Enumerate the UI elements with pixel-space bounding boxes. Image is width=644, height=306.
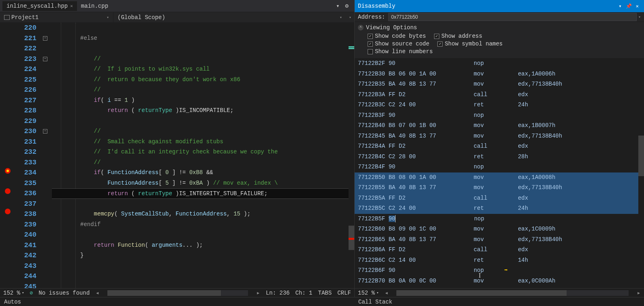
code-line[interactable] <box>52 43 354 54</box>
disassembly-line[interactable]: 77122B35 BA 40 8B 13 77 mov edx,77138B40… <box>355 79 644 90</box>
disassembly-line[interactable]: 77122B5C C2 24 00 ret 24h <box>355 203 644 214</box>
chevron-down-icon[interactable]: ▾ <box>638 15 641 19</box>
option-source-code[interactable]: Show source code <box>368 41 429 47</box>
code-line[interactable]: // I'd call it an integrity check becaus… <box>52 147 354 157</box>
horizontal-scrollbar[interactable] <box>396 290 629 296</box>
disassembly-line[interactable]: 77122B70 B8 0A 00 0C 00 mov eax,0C000Ah <box>355 276 644 287</box>
disassembly-line[interactable]: 77122B5F 90 nop <box>355 214 644 224</box>
disassembly-line[interactable]: 77122B5A FF D2 call edx <box>355 193 644 204</box>
split-down-icon[interactable]: ▾ <box>346 15 354 20</box>
disassembly-line[interactable]: 77122B55 BA 40 8B 13 77 mov edx,77138B40… <box>355 183 644 193</box>
disassembly-line[interactable]: 77122B6A FF D2 call edx <box>355 245 644 255</box>
disassembly-status-bar: 152 % ▾ ◀ ▶ <box>355 288 644 297</box>
code-line[interactable]: return ( returnType )IS_INCOMPATIBLE; <box>52 106 354 116</box>
horizontal-scrollbar[interactable] <box>107 290 248 296</box>
col-indicator[interactable]: Ch: 1 <box>295 290 312 296</box>
fold-column[interactable]: −−− <box>42 23 52 288</box>
option-symbol-names[interactable]: Show symbol names <box>437 41 503 47</box>
tab-dropdown-icon[interactable]: ▾ <box>334 2 342 9</box>
address-input[interactable] <box>388 13 637 21</box>
code-line[interactable] <box>52 230 354 240</box>
code-line[interactable] <box>52 199 354 209</box>
fold-icon[interactable]: − <box>43 57 47 61</box>
window-dropdown-icon[interactable]: ▾ <box>617 3 624 9</box>
option-code-bytes[interactable]: Show code bytes <box>368 33 426 39</box>
code-line[interactable]: // <box>52 54 354 65</box>
zoom-level[interactable]: 152 % ▾ <box>3 290 24 296</box>
disassembly-scrollbar[interactable] <box>638 58 644 288</box>
code-line[interactable]: FunctionAddress[ 5 ] != 0xBA ) // mov ea… <box>52 178 354 189</box>
disassembly-line[interactable]: 77122B40 B8 07 00 1B 00 mov eax,1B0007h <box>355 121 644 131</box>
breakpoint-icon[interactable] <box>5 209 11 214</box>
code-line[interactable]: // If i points to win32k.sys call <box>52 64 354 75</box>
close-icon[interactable]: ✕ <box>634 3 641 9</box>
project-selector[interactable]: Project1 ▾ <box>0 12 113 22</box>
option-line-numbers[interactable]: Show line numbers <box>368 48 433 55</box>
code-line[interactable]: // <box>52 126 354 137</box>
breakpoint-icon[interactable] <box>5 168 11 174</box>
scroll-thumb[interactable] <box>396 290 567 296</box>
call-stack-tab[interactable]: Call Stack <box>354 297 396 306</box>
autos-tab[interactable]: Autos <box>0 297 354 306</box>
scroll-right-icon[interactable]: ▶ <box>256 291 260 295</box>
breakpoint-gutter[interactable] <box>0 23 17 288</box>
code-line[interactable]: // Small check against modified stubs <box>52 137 354 147</box>
code-line[interactable]: } <box>52 250 354 261</box>
gear-icon[interactable]: ⚙ <box>342 2 352 9</box>
code-line[interactable] <box>52 116 354 127</box>
fold-icon[interactable]: − <box>43 36 47 41</box>
code-line[interactable]: // return 0 because they don't work on x… <box>52 75 354 85</box>
breakpoint-icon[interactable] <box>5 188 11 194</box>
disassembly-line[interactable]: 77122B45 BA 40 8B 13 77 mov edx,77138B40… <box>355 131 644 142</box>
option-address[interactable]: Show address <box>434 33 482 39</box>
editor-scrollbar[interactable] <box>349 23 354 288</box>
pin-icon[interactable]: 📌 <box>624 3 634 9</box>
scroll-left-icon[interactable]: ◀ <box>95 291 99 295</box>
code-line[interactable] <box>52 261 354 272</box>
code-line[interactable]: #else <box>52 33 354 44</box>
viewing-options-toggle[interactable]: ^ Viewing Options <box>358 24 641 32</box>
disassembly-line[interactable]: 77122B4A FF D2 call edx <box>355 141 644 152</box>
scope-selector[interactable]: (Global Scope) ▾ <box>113 12 346 22</box>
scroll-left-icon[interactable]: ◀ <box>384 291 388 295</box>
code-content[interactable]: #else // // If i points to win32k.sys ca… <box>52 23 354 288</box>
issues-label[interactable]: No issues found <box>39 290 90 296</box>
code-line[interactable]: return ( returnType )IS_INTEGRITY_STUB_F… <box>52 188 354 199</box>
zoom-level[interactable]: 152 % ▾ <box>358 290 379 296</box>
disassembly-line[interactable]: 77122B3F 90 nop <box>355 110 644 121</box>
tabs-indicator[interactable]: TABS <box>318 290 332 296</box>
disassembly-line[interactable]: 77122B3C C2 24 00 ret 24h <box>355 100 644 110</box>
code-line[interactable]: memcpy( SystemCallStub, FunctionAddress,… <box>52 209 354 220</box>
close-icon[interactable]: ✕ <box>70 3 73 9</box>
code-line[interactable]: if( FunctionAddress[ 0 ] != 0xB8 && <box>52 168 354 178</box>
disassembly-title-bar[interactable]: Disassembly ▾ 📌 ✕ <box>355 0 644 12</box>
code-line[interactable] <box>52 23 354 33</box>
code-line[interactable]: return Function( arguments... ); <box>52 240 354 251</box>
scroll-thumb[interactable] <box>107 290 221 296</box>
code-line[interactable]: #endif <box>52 220 354 230</box>
disassembly-content[interactable]: 77122B2F 90 nop 77122B30 B8 06 00 1A 00 … <box>355 58 644 288</box>
fold-icon[interactable]: − <box>43 129 47 134</box>
code-line[interactable]: // <box>52 157 354 168</box>
disassembly-line[interactable]: 77122B6F 90 nop ➡ <box>355 265 644 276</box>
disassembly-line[interactable]: 77122B4C C2 28 00 ret 28h <box>355 152 644 162</box>
disassembly-line[interactable]: 77122B60 B8 09 00 1C 00 mov eax,1C0009h <box>355 224 644 235</box>
disassembly-line[interactable]: 77122B2F 90 nop <box>355 58 644 69</box>
line-indicator[interactable]: Ln: 236 <box>266 290 290 296</box>
disassembly-line[interactable]: 77122B30 B8 06 00 1A 00 mov eax,1A0006h <box>355 69 644 80</box>
disassembly-line[interactable]: 77122B3A FF D2 call edx <box>355 90 644 100</box>
code-line[interactable]: if( i == 1 ) <box>52 95 354 106</box>
disassembly-line[interactable]: 77122B4F 90 nop <box>355 162 644 172</box>
disassembly-line[interactable]: 77122B50 B8 08 00 1A 00 mov eax,1A0008h <box>355 172 644 183</box>
scroll-right-icon[interactable]: ▶ <box>637 291 641 295</box>
tab-inline-syscall[interactable]: inline_syscall.hpp ✕ <box>2 1 77 11</box>
disassembly-line[interactable]: 77122B65 BA 40 8B 13 77 mov edx,77138B40… <box>355 235 644 245</box>
code-editor[interactable]: 2202212222232242252262272282292302312322… <box>0 23 354 288</box>
crlf-indicator[interactable]: CRLF <box>337 290 351 296</box>
disassembly-line[interactable]: 77122B6C C2 14 00 ret 14h <box>355 255 644 266</box>
code-line[interactable] <box>52 282 354 289</box>
code-line[interactable]: // <box>52 85 354 95</box>
code-line[interactable] <box>52 271 354 282</box>
tab-main[interactable]: main.cpp <box>77 1 112 11</box>
scroll-thumb[interactable] <box>638 136 644 176</box>
